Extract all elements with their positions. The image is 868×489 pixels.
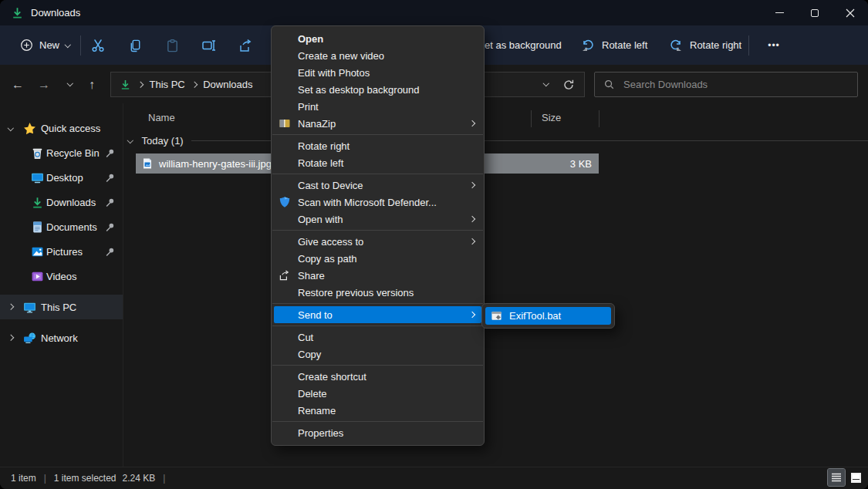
close-button[interactable]: [833, 0, 868, 25]
rotate-left-icon: [580, 38, 596, 53]
set-as-background-label: et as background: [485, 39, 562, 51]
pin-icon[interactable]: [105, 173, 115, 183]
minimize-button[interactable]: [762, 0, 797, 25]
set-as-background-button[interactable]: et as background: [485, 25, 562, 65]
menu-item-give-access-to[interactable]: Give access to: [272, 233, 484, 250]
column-separator[interactable]: [599, 110, 599, 127]
menu-item-restore-previous-versions[interactable]: Restore previous versions: [272, 284, 484, 301]
menu-item-create-shortcut[interactable]: Create shortcut: [272, 368, 484, 385]
breadcrumb-downloads[interactable]: Downloads: [203, 79, 252, 90]
menu-separator: [272, 230, 483, 231]
share-button[interactable]: [230, 32, 262, 59]
submenu-item-exiftool-bat[interactable]: ExifTool.bat: [485, 307, 611, 325]
pin-icon[interactable]: [105, 197, 115, 207]
menu-item-open[interactable]: Open: [272, 30, 484, 47]
up-icon: ↑: [89, 78, 95, 92]
chevron-right-icon: [469, 120, 475, 126]
more-icon: •••: [768, 40, 780, 51]
menu-item-create-a-new-video[interactable]: Create a new video: [272, 47, 484, 64]
menu-item-properties[interactable]: Properties: [272, 424, 484, 441]
group-header-today[interactable]: Today (1): [123, 132, 868, 149]
rename-icon: [201, 38, 217, 53]
rotate-left-button[interactable]: Rotate left: [580, 25, 647, 65]
sidebar-item-quick-access[interactable]: Quick access: [0, 116, 123, 140]
defender-shield-icon: [279, 196, 291, 208]
chevron-down-icon[interactable]: [8, 126, 13, 130]
sidebar-item-desktop[interactable]: Desktop: [0, 165, 123, 190]
menu-item-rotate-left[interactable]: Rotate left: [272, 154, 484, 171]
status-bar: 1 item | 1 item selected 2.24 KB |: [0, 467, 868, 489]
back-button[interactable]: ←: [6, 72, 29, 97]
search-box[interactable]: [594, 72, 858, 97]
sidebar-label: Videos: [46, 271, 77, 282]
send-to-submenu: ExifTool.bat: [481, 303, 615, 329]
menu-separator: [272, 134, 483, 135]
search-input[interactable]: [622, 78, 849, 91]
menu-item-share[interactable]: Share: [272, 267, 484, 284]
menu-item-rotate-right[interactable]: Rotate right: [272, 137, 484, 154]
menu-item-set-as-desktop-background[interactable]: Set as desktop background: [272, 81, 484, 98]
pictures-icon: [31, 245, 44, 258]
downloads-icon: [31, 196, 44, 209]
paste-button[interactable]: [156, 32, 188, 59]
sidebar-item-this-pc[interactable]: This PC: [0, 295, 123, 319]
maximize-button[interactable]: [797, 0, 833, 25]
menu-item-rename[interactable]: Rename: [272, 402, 484, 419]
sidebar-item-documents[interactable]: Documents: [0, 214, 123, 239]
menu-item-print[interactable]: Print: [272, 98, 484, 115]
menu-item-nanazip[interactable]: NanaZip: [272, 115, 484, 132]
menu-item-send-to[interactable]: Send to: [274, 306, 481, 323]
maximize-icon: [811, 9, 819, 17]
sidebar-label: Desktop: [46, 172, 83, 184]
sidebar-item-pictures[interactable]: Pictures: [0, 239, 123, 264]
window-title: Downloads: [31, 7, 80, 19]
copy-button[interactable]: [119, 32, 151, 59]
breadcrumb-this-pc[interactable]: This PC: [150, 79, 185, 90]
pin-icon[interactable]: [105, 222, 115, 232]
chevron-down-icon[interactable]: [128, 138, 133, 143]
thumbnail-view-button[interactable]: [847, 469, 864, 486]
menu-item-edit-with-photos[interactable]: Edit with Photos: [272, 64, 484, 81]
sidebar-item-network[interactable]: Network: [0, 325, 123, 350]
column-separator[interactable]: [531, 110, 532, 127]
sidebar-item-downloads[interactable]: Downloads: [0, 190, 123, 214]
refresh-icon[interactable]: [562, 79, 575, 91]
cut-button[interactable]: [82, 32, 114, 59]
details-view-icon: [831, 472, 842, 483]
menu-item-cut[interactable]: Cut: [272, 329, 484, 346]
sidebar-item-recycle-bin[interactable]: Recycle Bin: [0, 140, 123, 165]
pin-icon[interactable]: [105, 247, 115, 257]
rotate-right-icon: [668, 38, 684, 53]
rotate-right-button[interactable]: Rotate right: [668, 25, 741, 65]
column-header-name[interactable]: Name: [148, 112, 175, 123]
menu-separator: [272, 303, 483, 304]
monitor-icon: [23, 301, 36, 314]
menu-separator: [272, 365, 483, 366]
sidebar-item-videos[interactable]: Videos: [0, 264, 123, 288]
menu-separator: [272, 325, 483, 326]
new-button-label: New: [39, 39, 59, 51]
forward-button[interactable]: →: [32, 72, 56, 97]
star-icon: [23, 122, 36, 135]
address-dropdown-button[interactable]: [535, 83, 558, 86]
details-view-button[interactable]: [828, 469, 845, 486]
recent-locations-button[interactable]: [59, 72, 82, 97]
menu-item-delete[interactable]: Delete: [272, 385, 484, 402]
column-header-size[interactable]: Size: [542, 112, 561, 123]
toolbar-separator: [748, 35, 749, 56]
chevron-right-icon[interactable]: [8, 305, 13, 309]
column-headers: Name Size: [123, 108, 868, 130]
menu-item-cast-to-device[interactable]: Cast to Device: [272, 177, 484, 194]
recycle-bin-icon: [31, 147, 44, 160]
menu-item-copy[interactable]: Copy: [272, 346, 484, 363]
new-button[interactable]: New: [12, 32, 78, 58]
rename-button[interactable]: [193, 32, 225, 59]
menu-item-open-with[interactable]: Open with: [272, 211, 484, 228]
menu-item-copy-as-path[interactable]: Copy as path: [272, 250, 484, 267]
pin-icon[interactable]: [105, 148, 115, 158]
up-button[interactable]: ↑: [80, 72, 103, 97]
sidebar-label: Quick access: [41, 123, 100, 134]
chevron-right-icon[interactable]: [8, 336, 13, 340]
menu-item-scan-with-microsoft-defender[interactable]: Scan with Microsoft Defender...: [272, 194, 484, 211]
more-options-button[interactable]: •••: [759, 25, 789, 65]
